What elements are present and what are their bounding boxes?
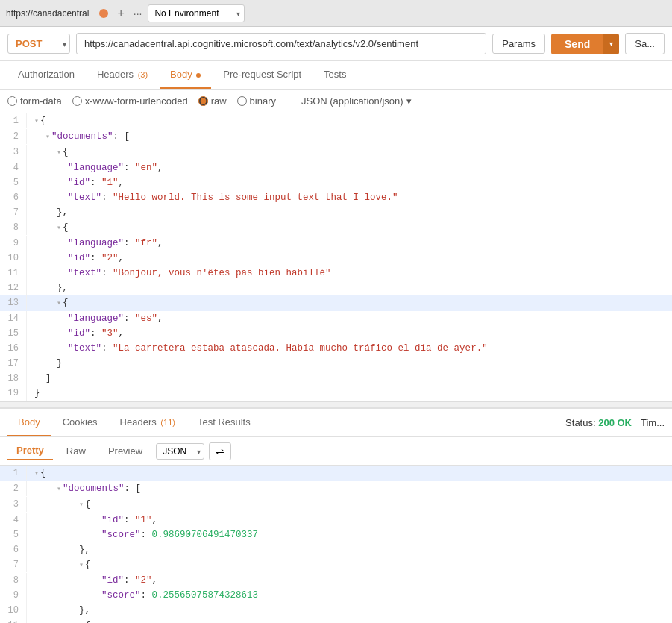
status-label: Status: 200 OK: [565, 417, 632, 428]
send-btn-group: Send ▾: [551, 34, 619, 54]
tab-pre-request-script[interactable]: Pre-request Script: [213, 61, 312, 89]
env-wrapper: No Environment ▾: [148, 4, 245, 22]
req-line-3: 3 ▾{: [0, 145, 672, 160]
format-select-wrapper: JSON XML HTML Text ▾: [156, 443, 204, 460]
request-tabs-bar: Authorization Headers (3) Body Pre-reque…: [0, 61, 672, 90]
add-tab-button[interactable]: +: [114, 7, 127, 20]
tab-authorization[interactable]: Authorization: [7, 61, 85, 89]
tab-body[interactable]: Body: [160, 61, 211, 89]
json-format-wrapper: JSON (application/json) ▾: [291, 94, 416, 108]
req-line-13: 13 ▾{: [0, 295, 672, 311]
json-format-button[interactable]: JSON (application/json) ▾: [297, 94, 416, 108]
tab-tests[interactable]: Tests: [313, 61, 357, 89]
browser-bar: https://canadacentral + ··· No Environme…: [0, 0, 672, 27]
headers-badge: (3): [138, 70, 148, 79]
resp-line-6: 6 },: [0, 542, 672, 557]
status-info: Status: 200 OK Tim...: [565, 417, 665, 428]
tab-headers[interactable]: Headers (3): [87, 61, 158, 89]
body-type-bar: form-data x-www-form-urlencoded raw bina…: [0, 90, 672, 113]
view-tab-pretty[interactable]: Pretty: [7, 442, 53, 460]
send-button[interactable]: Send: [551, 34, 603, 54]
view-tab-preview[interactable]: Preview: [99, 442, 151, 460]
req-line-11: 11 "text": "Bonjour, vous n'êtes pas bie…: [0, 266, 672, 281]
save-button[interactable]: Sa...: [625, 33, 665, 54]
resp-line-3: 3 ▾{: [0, 497, 672, 513]
radio-form-data[interactable]: form-data: [7, 96, 62, 107]
resp-headers-badge: (11): [160, 418, 175, 427]
response-tabs-bar: Body Cookies Headers (11) Test Results S…: [0, 407, 672, 437]
resp-tab-test-results[interactable]: Test Results: [187, 409, 261, 436]
req-line-16: 16 "text": "La carretera estaba atascada…: [0, 341, 672, 356]
radio-raw[interactable]: raw: [198, 96, 227, 107]
req-line-19: 19 }: [0, 386, 672, 401]
json-format-chevron-icon: ▾: [406, 96, 412, 107]
resp-line-1: 1 ▾{: [0, 466, 672, 481]
req-line-12: 12 },: [0, 281, 672, 295]
environment-select[interactable]: No Environment: [148, 4, 245, 22]
req-line-8: 8 ▾{: [0, 220, 672, 236]
params-button[interactable]: Params: [492, 34, 545, 54]
url-input[interactable]: [76, 33, 486, 54]
send-chevron-button[interactable]: ▾: [603, 34, 619, 54]
req-line-5: 5 "id": "1",: [0, 175, 672, 190]
resp-line-11: 11 ▾{: [0, 618, 672, 623]
req-line-2: 2 ▾"documents": [: [0, 129, 672, 145]
req-line-14: 14 "language": "es",: [0, 311, 672, 326]
req-line-18: 18 ]: [0, 371, 672, 386]
status-value: 200 OK: [598, 417, 632, 428]
resp-line-4: 4 "id": "1",: [0, 513, 672, 527]
resp-tab-headers[interactable]: Headers (11): [110, 409, 186, 436]
request-bar: POST GET PUT DELETE ▾ Params Send ▾ Sa..…: [0, 27, 672, 61]
wrap-button[interactable]: ⇌: [209, 442, 231, 460]
method-select[interactable]: POST GET PUT DELETE: [7, 34, 70, 54]
divider: [0, 401, 672, 407]
resp-line-5: 5 "score": 0.98690706491470337: [0, 527, 672, 542]
browser-dot: [99, 9, 108, 18]
resp-line-8: 8 "id": "2",: [0, 573, 672, 588]
resp-line-9: 9 "score": 0.25565075874328613: [0, 588, 672, 603]
browser-url-label: https://canadacentral: [6, 8, 89, 19]
format-select[interactable]: JSON XML HTML Text: [156, 443, 204, 460]
req-line-15: 15 "id": "3",: [0, 326, 672, 341]
req-line-1: 1 ▾{: [0, 113, 672, 129]
req-line-7: 7 },: [0, 205, 672, 220]
req-line-10: 10 "id": "2",: [0, 251, 672, 266]
resp-line-7: 7 ▾{: [0, 557, 672, 573]
req-line-4: 4 "language": "en",: [0, 160, 672, 175]
radio-binary[interactable]: binary: [237, 96, 276, 107]
req-line-17: 17 }: [0, 356, 672, 371]
response-code-viewer: 1 ▾{ 2 ▾"documents": [ 3 ▾{ 4 "id": "1",…: [0, 466, 672, 623]
more-button[interactable]: ···: [134, 7, 142, 19]
req-line-9: 9 "language": "fr",: [0, 236, 672, 251]
view-tabs-bar: Pretty Raw Preview JSON XML HTML Text ▾ …: [0, 437, 672, 466]
req-line-6: 6 "text": "Hello world. This is some inp…: [0, 190, 672, 205]
resp-tab-body[interactable]: Body: [7, 409, 51, 436]
request-body-editor[interactable]: 1 ▾{ 2 ▾"documents": [ 3 ▾{ 4 "language"…: [0, 113, 672, 401]
resp-line-2: 2 ▾"documents": [: [0, 481, 672, 497]
resp-line-10: 10 },: [0, 603, 672, 618]
method-wrapper: POST GET PUT DELETE ▾: [7, 34, 70, 54]
body-dot: [196, 73, 201, 78]
resp-tab-cookies[interactable]: Cookies: [52, 409, 108, 436]
view-tab-raw[interactable]: Raw: [57, 442, 95, 460]
radio-urlencoded[interactable]: x-www-form-urlencoded: [72, 96, 188, 107]
json-format-label: JSON (application/json): [301, 96, 403, 107]
time-label: Tim...: [641, 417, 665, 428]
